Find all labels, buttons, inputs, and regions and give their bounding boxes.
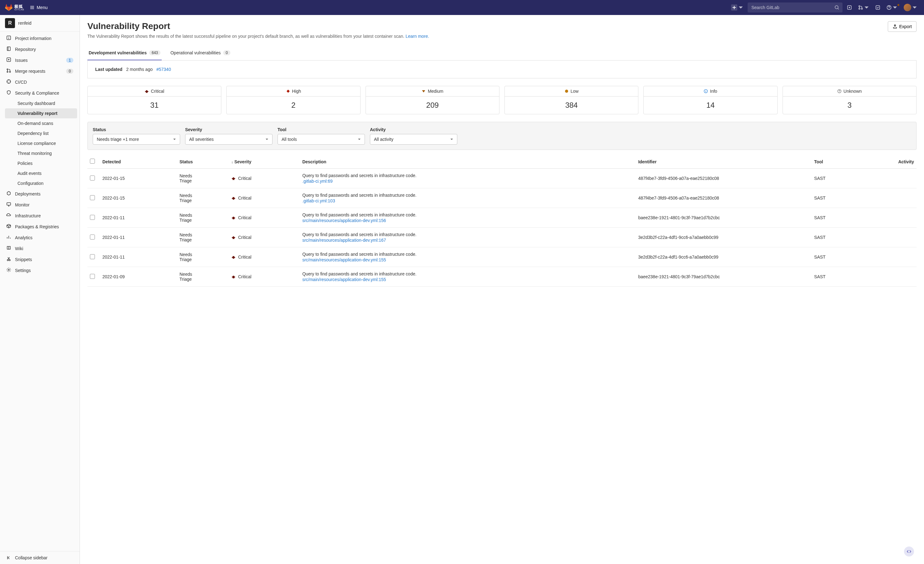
sidebar-subitem-vulnerability-report[interactable]: Vulnerability report [5, 108, 77, 118]
sidebar-item-issues[interactable]: Issues1 [3, 55, 77, 66]
sidebar-item-deployments[interactable]: Deployments [3, 188, 77, 199]
deploy-icon [6, 191, 11, 197]
filter-severity-select[interactable]: All severities [185, 134, 273, 144]
header-severity[interactable]: ↓Severity [229, 155, 300, 168]
sidebar-subitem-security-dashboard[interactable]: Security dashboard [5, 98, 77, 108]
row-checkbox[interactable] [90, 215, 95, 220]
subtitle-text: The Vulnerability Report shows the resul… [87, 34, 405, 39]
collapse-sidebar-button[interactable]: Collapse sidebar [0, 552, 80, 564]
description-file-link[interactable]: src/main/resources/application-dev.yml:1… [302, 277, 633, 282]
sidebar: R renfeid Project informationRepositoryI… [0, 15, 80, 564]
severity-card-critical[interactable]: Critical31 [87, 86, 221, 114]
sidebar-subitem-license-compliance[interactable]: License compliance [5, 138, 77, 148]
sidebar-subitem-on-demand-scans[interactable]: On-demand scans [5, 118, 77, 128]
sidebar-item-label: Project information [15, 36, 74, 41]
sidebar-subitem-threat-monitoring[interactable]: Threat monitoring [5, 148, 77, 158]
sidebar-item-project-information[interactable]: Project information [3, 33, 77, 44]
create-new-button[interactable] [729, 3, 745, 12]
table-row[interactable]: 2022-01-11 NeedsTriage Critical Query to… [87, 228, 916, 247]
analytics-icon [6, 235, 11, 241]
main-content: Vulnerability Report The Vulnerability R… [80, 15, 924, 564]
table-row[interactable]: 2022-01-11 NeedsTriage Critical Query to… [87, 208, 916, 228]
export-button[interactable]: Export [888, 21, 916, 32]
cell-tool: SAST [812, 168, 858, 188]
cell-status: NeedsTriage [177, 168, 229, 188]
collapse-label: Collapse sidebar [15, 555, 74, 560]
header-tool[interactable]: Tool [812, 155, 858, 168]
filter-status-select[interactable]: Needs triage +1 more [93, 134, 180, 144]
issues-nav-button[interactable] [845, 3, 854, 12]
sidebar-subitem-configuration[interactable]: Configuration [5, 178, 77, 188]
table-row[interactable]: 2022-01-15 NeedsTriage Critical Query to… [87, 188, 916, 208]
filter-severity-label: Severity [185, 127, 273, 132]
help-nav-button[interactable] [885, 3, 899, 12]
severity-card-medium[interactable]: Medium209 [366, 86, 500, 114]
sidebar-item-wiki[interactable]: Wiki [3, 243, 77, 254]
row-checkbox[interactable] [90, 274, 95, 279]
sidebar-item-merge-requests[interactable]: Merge requests0 [3, 66, 77, 77]
filter-activity-select[interactable]: All activity [370, 134, 458, 144]
row-checkbox[interactable] [90, 176, 95, 180]
description-file-link[interactable]: .gitlab-ci.yml:69 [302, 179, 633, 183]
severity-card-info[interactable]: Info14 [644, 86, 777, 114]
header-activity[interactable]: Activity [858, 155, 916, 168]
description-file-link[interactable]: src/main/resources/application-dev.yml:1… [302, 238, 633, 243]
header-detected[interactable]: Detected [100, 155, 177, 168]
cell-severity: Critical [229, 168, 300, 188]
pipeline-link[interactable]: #57340 [156, 67, 171, 72]
search-icon [834, 5, 839, 11]
filter-tool-select[interactable]: All tools [278, 134, 365, 144]
sidebar-item-packages-registries[interactable]: Packages & Registries [3, 221, 77, 232]
severity-card-low[interactable]: Low384 [504, 86, 638, 114]
sidebar-subitem-audit-events[interactable]: Audit events [5, 168, 77, 178]
description-file-link[interactable]: src/main/resources/application-dev.yml:1… [302, 218, 633, 223]
global-search[interactable] [748, 3, 843, 12]
sidebar-project-header[interactable]: R renfeid [0, 15, 80, 32]
header-description[interactable]: Description [300, 155, 636, 168]
cell-description: Query to find passwords and secrets in i… [300, 267, 636, 287]
chevron-down-icon [358, 138, 361, 141]
header-severity-text: Severity [234, 159, 251, 164]
tab-development-vulnerabilities[interactable]: Development vulnerabilities643 [87, 46, 162, 60]
learn-more-link[interactable]: Learn more. [405, 34, 429, 39]
row-checkbox[interactable] [90, 235, 95, 239]
header-identifier[interactable]: Identifier [636, 155, 812, 168]
sidebar-item-analytics[interactable]: Analytics [3, 232, 77, 243]
select-all-checkbox[interactable] [90, 159, 95, 164]
row-checkbox[interactable] [90, 254, 95, 259]
cell-tool: SAST [812, 228, 858, 247]
severity-card-label: Info [710, 89, 717, 94]
sidebar-item-snippets[interactable]: Snippets [3, 254, 77, 265]
svg-point-2 [849, 7, 850, 8]
sidebar-item-ci-cd[interactable]: CI/CD [3, 77, 77, 87]
sidebar-item-repository[interactable]: Repository [3, 44, 77, 55]
header-status[interactable]: Status [177, 155, 229, 168]
severity-card-high[interactable]: High2 [226, 86, 360, 114]
sidebar-footer: Collapse sidebar [0, 551, 80, 564]
sidebar-subitem-policies[interactable]: Policies [5, 158, 77, 168]
sidebar-item-monitor[interactable]: Monitor [3, 199, 77, 210]
tab-operational-vulnerabilities[interactable]: Operational vulnerabilities0 [169, 46, 232, 60]
menu-button[interactable]: Menu [27, 3, 51, 12]
merge-requests-nav-button[interactable] [856, 3, 871, 12]
sidebar-subitem-dependency-list[interactable]: Dependency list [5, 128, 77, 138]
table-row[interactable]: 2022-01-11 NeedsTriage Critical Query to… [87, 247, 916, 267]
user-menu-button[interactable] [902, 2, 919, 13]
row-checkbox[interactable] [90, 195, 95, 200]
severity-summary: Critical31High2Medium209Low384Info14Unkn… [87, 86, 916, 114]
todos-nav-button[interactable] [873, 3, 882, 12]
sort-desc-icon: ↓ [231, 160, 233, 164]
sidebar-item-settings[interactable]: Settings [3, 265, 77, 276]
search-input[interactable] [748, 3, 843, 12]
filter-activity: Activity All activity [370, 127, 458, 144]
sidebar-item-security-compliance[interactable]: Security & Compliance [3, 87, 77, 98]
brand-logo[interactable]: 极狐 GITLAB [5, 4, 24, 11]
severity-card-unknown[interactable]: Unknown3 [783, 86, 916, 114]
sidebar-item-label: Analytics [15, 235, 74, 240]
description-file-link[interactable]: src/main/resources/application-dev.yml:1… [302, 257, 633, 262]
table-row[interactable]: 2022-01-09 NeedsTriage Critical Query to… [87, 267, 916, 287]
description-file-link[interactable]: .gitlab-ci.yml:103 [302, 198, 633, 203]
sidebar-item-infrastructure[interactable]: Infrastructure [3, 210, 77, 221]
floating-action-button[interactable] [904, 546, 914, 556]
table-row[interactable]: 2022-01-15 NeedsTriage Critical Query to… [87, 168, 916, 188]
